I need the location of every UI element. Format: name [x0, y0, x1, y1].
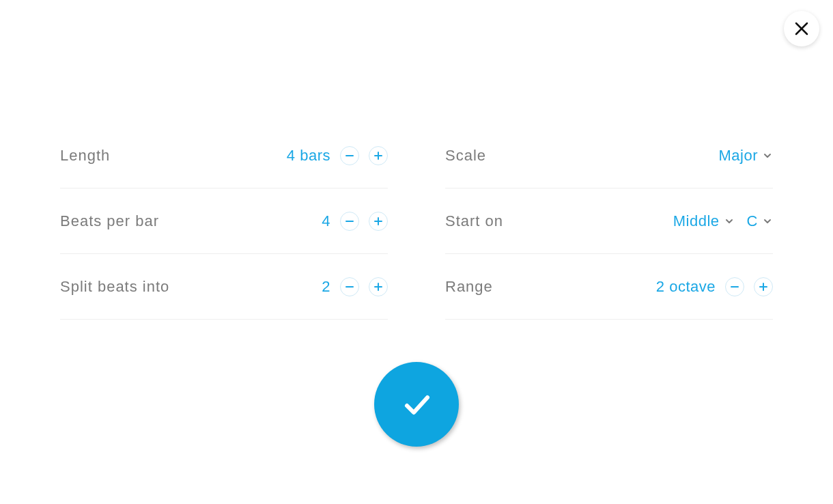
- chevron-down-icon: [762, 216, 773, 227]
- minus-icon: [345, 216, 354, 226]
- split-beats-label: Split beats into: [60, 278, 169, 296]
- start-octave-dropdown[interactable]: Middle: [673, 212, 735, 230]
- minus-icon: [730, 282, 739, 292]
- minus-icon: [345, 282, 354, 292]
- length-controls: 4 bars: [287, 146, 388, 165]
- plus-icon: [373, 151, 383, 160]
- settings-grid: Length 4 bars Beats per bar 4: [60, 123, 773, 320]
- beats-per-bar-row: Beats per bar 4: [60, 188, 388, 254]
- left-column: Length 4 bars Beats per bar 4: [60, 123, 388, 320]
- length-row: Length 4 bars: [60, 123, 388, 188]
- start-on-label: Start on: [445, 212, 503, 230]
- split-beats-decrement-button[interactable]: [340, 277, 359, 296]
- beats-per-bar-controls: 4: [322, 212, 388, 231]
- scale-value: Major: [718, 147, 758, 165]
- start-note-value: C: [747, 212, 758, 230]
- chevron-down-icon: [762, 150, 773, 161]
- minus-icon: [345, 151, 354, 160]
- start-note-dropdown[interactable]: C: [747, 212, 773, 230]
- confirm-button[interactable]: [374, 362, 459, 447]
- length-increment-button[interactable]: [369, 146, 388, 165]
- chevron-down-icon: [724, 216, 735, 227]
- start-on-controls: Middle C: [673, 212, 773, 230]
- beats-per-bar-increment-button[interactable]: [369, 212, 388, 231]
- beats-per-bar-decrement-button[interactable]: [340, 212, 359, 231]
- range-controls: 2 octave: [656, 277, 773, 296]
- range-label: Range: [445, 278, 493, 296]
- split-beats-controls: 2: [322, 277, 388, 296]
- length-decrement-button[interactable]: [340, 146, 359, 165]
- range-value: 2 octave: [656, 278, 716, 296]
- length-label: Length: [60, 147, 110, 165]
- split-beats-row: Split beats into 2: [60, 254, 388, 320]
- scale-dropdown[interactable]: Major: [718, 147, 773, 165]
- split-beats-increment-button[interactable]: [369, 277, 388, 296]
- close-button[interactable]: [784, 11, 819, 46]
- length-value: 4 bars: [287, 147, 330, 165]
- check-icon: [397, 385, 436, 423]
- split-beats-value: 2: [322, 278, 330, 296]
- range-increment-button[interactable]: [754, 277, 773, 296]
- range-decrement-button[interactable]: [725, 277, 744, 296]
- start-on-row: Start on Middle C: [445, 188, 773, 254]
- plus-icon: [759, 282, 768, 292]
- close-icon: [794, 21, 809, 36]
- right-column: Scale Major Start on Middle C: [445, 123, 773, 320]
- plus-icon: [373, 216, 383, 226]
- plus-icon: [373, 282, 383, 292]
- range-row: Range 2 octave: [445, 254, 773, 320]
- scale-label: Scale: [445, 147, 486, 165]
- beats-per-bar-value: 4: [322, 212, 330, 230]
- beats-per-bar-label: Beats per bar: [60, 212, 159, 230]
- scale-row: Scale Major: [445, 123, 773, 188]
- start-octave-value: Middle: [673, 212, 720, 230]
